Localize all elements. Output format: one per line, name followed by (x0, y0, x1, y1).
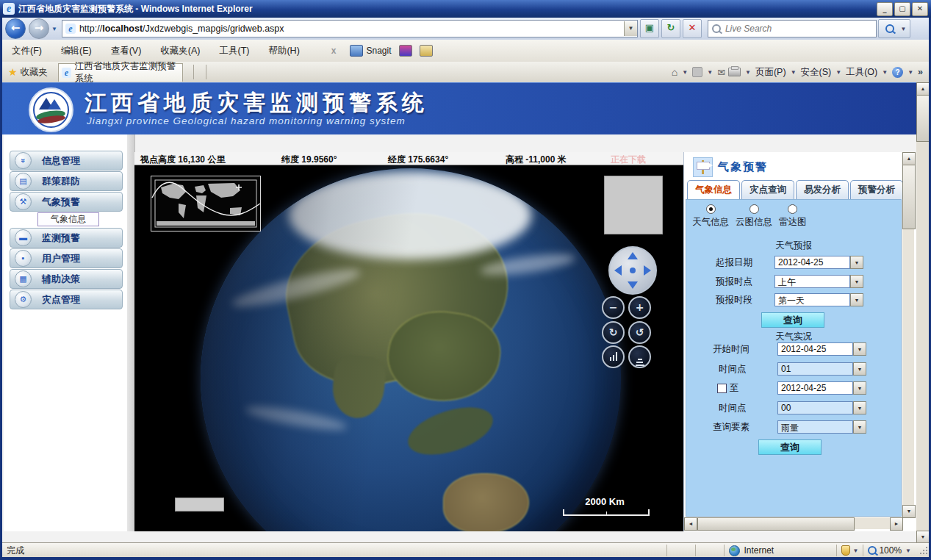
dropdown-caret-icon[interactable]: ▼ (850, 256, 863, 269)
dropdown-caret-icon[interactable]: ▼ (853, 401, 866, 414)
dropdown-caret-icon[interactable]: ▼ (853, 342, 866, 356)
search-input[interactable] (724, 23, 876, 35)
more-commands-icon[interactable]: » (918, 67, 923, 77)
tilt-down-button[interactable] (628, 345, 651, 368)
live-hour1-select[interactable]: 01 ▼ (777, 362, 866, 376)
panel-vscroll-thumb[interactable] (902, 165, 916, 229)
rss-icon[interactable] (692, 67, 702, 77)
protected-mode-dropdown-icon[interactable]: ▼ (852, 548, 858, 554)
forecast-time-select[interactable]: 上午 ▼ (774, 275, 863, 288)
page-dropdown-icon[interactable]: ▼ (791, 69, 797, 76)
earth-globe[interactable] (201, 168, 621, 531)
pan-up-icon[interactable] (628, 252, 638, 259)
panel-hscroll-right-icon[interactable]: ► (890, 517, 903, 531)
dropdown-caret-icon[interactable]: ▼ (853, 381, 866, 395)
page-scroll-up-icon[interactable]: ▲ (916, 82, 930, 96)
dropdown-caret-icon[interactable]: ▼ (853, 420, 866, 434)
dropdown-caret-icon[interactable]: ▼ (850, 275, 863, 288)
rss-dropdown-icon[interactable]: ▼ (707, 69, 713, 76)
forecast-query-button[interactable]: 查询 (761, 312, 824, 328)
snagit-label[interactable]: Snagit (367, 46, 392, 56)
tab-susceptibility-analysis[interactable]: 易发分析 (796, 180, 849, 199)
menu-view[interactable]: 查看(V) (101, 40, 151, 61)
search-options-icon[interactable]: ▼ (900, 26, 906, 32)
rotate-cw-button[interactable]: ↻ (602, 321, 625, 344)
sidebar-item-group-prevention[interactable]: ▤ 群策群防 (10, 171, 123, 191)
print-icon[interactable] (728, 68, 741, 76)
radio-icon[interactable] (788, 204, 797, 214)
refresh-button[interactable]: ↻ (661, 19, 680, 38)
page-scrollbar[interactable]: ▲ ▼ (916, 82, 929, 542)
live-search-box[interactable] (708, 20, 877, 37)
help-dropdown-icon[interactable]: ▼ (907, 69, 913, 76)
live-hour2-select[interactable]: 00 ▼ (777, 401, 866, 414)
sidebar-item-info-management[interactable]: » 信息管理 (10, 151, 123, 170)
maximize-button[interactable]: ▢ (894, 2, 910, 16)
title-bar[interactable]: e 江西省地质灾害监测预警系统 - Windows Internet Explo… (0, 0, 931, 18)
tab-weather-info[interactable]: 气象信息 (687, 180, 740, 199)
safety-dropdown-icon[interactable]: ▼ (835, 69, 841, 76)
pan-right-icon[interactable] (644, 265, 651, 276)
menu-file[interactable]: 文件(F) (2, 40, 51, 61)
stop-button[interactable]: ✕ (683, 19, 702, 38)
zoom-in-button[interactable]: + (628, 296, 651, 319)
radio-weather-info[interactable]: 天气信息 (692, 204, 729, 229)
compatibility-view-button[interactable]: ▣ (640, 19, 659, 38)
menu-tools[interactable]: 工具(T) (209, 40, 259, 61)
dropdown-caret-icon[interactable]: ▼ (853, 362, 866, 376)
radio-cloud-image[interactable]: 云图信息 (736, 204, 772, 229)
address-dropdown-icon[interactable]: ▼ (624, 21, 637, 36)
pan-center-icon[interactable] (630, 268, 636, 273)
zoom-out-button[interactable]: − (602, 296, 625, 319)
tools-menu[interactable]: 工具(O) (846, 66, 877, 79)
live-query-button[interactable]: 查询 (758, 439, 822, 455)
panel-vscroll-down-icon[interactable]: ▼ (902, 505, 916, 518)
home-dropdown-icon[interactable]: ▼ (682, 69, 688, 76)
globe-map-view[interactable]: 视点高度 16,130 公里 纬度 19.9560° 经度 175.6634° … (134, 152, 683, 531)
menu-edit[interactable]: 编辑(E) (51, 40, 101, 61)
sidebar-item-monitor-warning[interactable]: ▬ 监测预警 (10, 228, 123, 248)
search-go-button[interactable]: ▼ (878, 19, 910, 38)
tilt-up-button[interactable] (602, 345, 625, 368)
menu-favorites[interactable]: 收藏夹(A) (151, 40, 209, 61)
address-bar[interactable]: e http://localhost/Jxdzwebgis_mapgis/gri… (62, 20, 638, 37)
favorites-label[interactable]: 收藏夹 (21, 66, 48, 79)
panel-hscroll-left-icon[interactable]: ◄ (684, 517, 697, 531)
forecast-date-select[interactable]: 2012-04-25 ▼ (774, 256, 863, 269)
sidebar-subitem-weather-info[interactable]: 气象信息 (37, 212, 99, 226)
live-start-select[interactable]: 2012-04-25 ▼ (777, 342, 866, 356)
radio-icon[interactable] (750, 204, 759, 214)
live-element-select[interactable]: 雨量 ▼ (777, 420, 866, 434)
toolbar-close-button[interactable]: x (331, 46, 337, 56)
page-scroll-thumb[interactable] (916, 95, 930, 142)
favorites-star-icon[interactable]: ★ (8, 66, 18, 78)
mail-icon[interactable]: ✉ (717, 67, 725, 78)
radio-selected-icon[interactable] (706, 204, 716, 214)
close-button[interactable]: ✕ (912, 2, 928, 16)
forward-button[interactable]: → (29, 18, 49, 39)
home-icon[interactable]: ⌂ (672, 66, 677, 78)
menu-help[interactable]: 帮助(H) (259, 40, 309, 61)
panel-hscroll-thumb[interactable] (697, 517, 855, 531)
pan-down-icon[interactable] (628, 281, 638, 289)
overview-world-map[interactable] (151, 176, 261, 231)
sidebar-item-decision-support[interactable]: ▦ 辅助决策 (10, 269, 123, 289)
print-dropdown-icon[interactable]: ▼ (745, 69, 751, 76)
resize-grip[interactable] (919, 545, 929, 556)
panel-vscroll-up-icon[interactable]: ▲ (902, 152, 916, 165)
page-tab[interactable]: e 江西省地质灾害监测预警系统 (58, 63, 183, 82)
protected-mode-pane[interactable]: ▼ (836, 545, 863, 556)
to-checkbox[interactable] (717, 384, 727, 393)
back-button[interactable]: ← (5, 18, 26, 39)
page-menu[interactable]: 页面(P) (755, 66, 786, 79)
pan-left-icon[interactable] (614, 265, 622, 276)
tab-warning-analysis[interactable]: 预警分析 (850, 180, 903, 199)
safety-menu[interactable]: 安全(S) (801, 66, 832, 79)
live-to-select[interactable]: 2012-04-25 ▼ (777, 381, 866, 395)
radio-radar-image[interactable]: 雷达图 (779, 204, 807, 229)
pan-control[interactable] (608, 246, 657, 295)
forecast-period-select[interactable]: 第一天 ▼ (774, 293, 863, 306)
snagit-edit-icon[interactable] (420, 45, 433, 57)
tab-hazard-query[interactable]: 灾点查询 (741, 180, 794, 199)
zoom-pane[interactable]: 100% ▼ (863, 545, 916, 556)
